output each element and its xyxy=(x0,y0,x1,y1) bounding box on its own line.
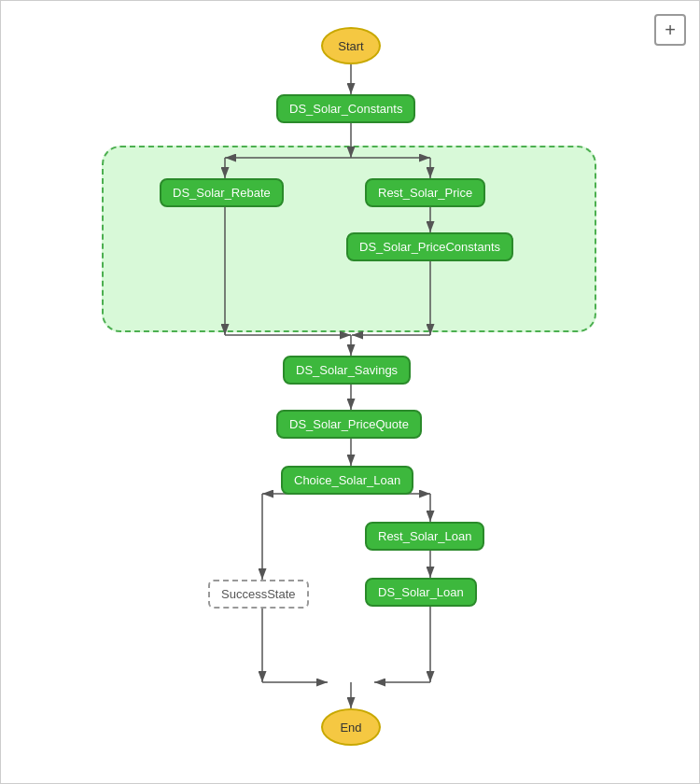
rest-solar-price-node[interactable]: Rest_Solar_Price xyxy=(365,178,485,207)
success-state-label: SuccessState xyxy=(221,587,296,601)
ds-solar-savings-node[interactable]: DS_Solar_Savings xyxy=(283,356,411,385)
ds-solar-constants-node[interactable]: DS_Solar_Constants xyxy=(276,94,415,123)
ds-solar-price-quote-label: DS_Solar_PriceQuote xyxy=(289,417,409,431)
flowchart-canvas: + xyxy=(0,0,700,784)
rest-solar-loan-label: Rest_Solar_Loan xyxy=(378,529,471,543)
ds-solar-loan-label: DS_Solar_Loan xyxy=(378,585,464,599)
add-button[interactable]: + xyxy=(654,14,686,46)
ds-solar-price-constants-node[interactable]: DS_Solar_PriceConstants xyxy=(346,232,513,261)
ds-solar-price-constants-label: DS_Solar_PriceConstants xyxy=(359,240,500,254)
ds-solar-constants-label: DS_Solar_Constants xyxy=(289,102,402,116)
end-node[interactable]: End xyxy=(321,708,381,746)
choice-solar-loan-node[interactable]: Choice_Solar_Loan xyxy=(281,466,413,495)
start-node[interactable]: Start xyxy=(321,27,381,64)
start-label: Start xyxy=(338,39,363,53)
success-state-node[interactable]: SuccessState xyxy=(208,580,309,609)
ds-solar-rebate-label: DS_Solar_Rebate xyxy=(173,186,271,200)
plus-icon: + xyxy=(665,20,676,41)
choice-solar-loan-label: Choice_Solar_Loan xyxy=(294,473,400,487)
end-label: End xyxy=(340,721,361,735)
ds-solar-loan-node[interactable]: DS_Solar_Loan xyxy=(365,578,477,607)
ds-solar-price-quote-node[interactable]: DS_Solar_PriceQuote xyxy=(276,410,422,439)
ds-solar-rebate-node[interactable]: DS_Solar_Rebate xyxy=(160,178,284,207)
rest-solar-price-label: Rest_Solar_Price xyxy=(378,186,472,200)
rest-solar-loan-node[interactable]: Rest_Solar_Loan xyxy=(365,522,484,551)
ds-solar-savings-label: DS_Solar_Savings xyxy=(296,363,398,377)
